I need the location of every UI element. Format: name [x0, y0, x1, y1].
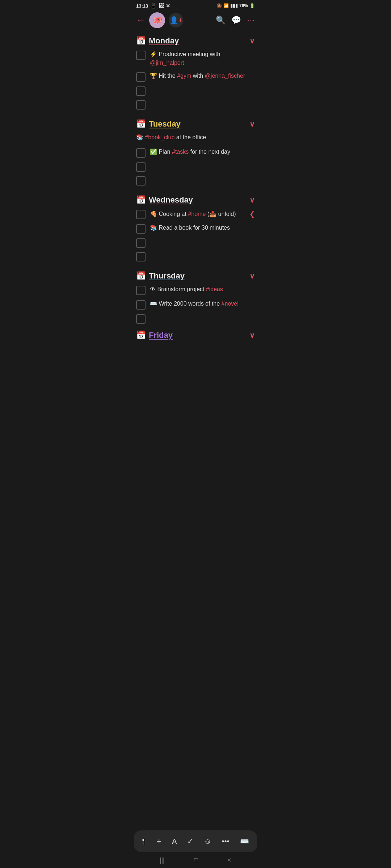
chevron-friday[interactable]: ∨	[249, 331, 255, 340]
calendar-icon-monday: 📅	[136, 36, 146, 46]
task-item-t1: 📚 #book_club at the office	[130, 131, 261, 145]
day-header-wednesday[interactable]: 📅 Wednesday ∨	[130, 192, 261, 207]
task-empty-t3	[130, 160, 261, 174]
top-nav: ← 🐙 👤+ 🔍 💬 ⋯	[130, 10, 261, 33]
day-section-wednesday: 📅 Wednesday ∨ 🍕 Cooking at #home (📥 unfo…	[130, 192, 261, 263]
day-title-tuesday: Tuesday	[149, 119, 181, 129]
task-text-w2: 📚 Read a book for 30 minutes	[150, 224, 255, 232]
day-header-monday[interactable]: 📅 Monday ∨	[130, 33, 261, 48]
task-text-t1: 📚 #book_club at the office	[136, 133, 255, 142]
chevron-monday[interactable]: ∨	[249, 37, 255, 45]
photo-icon: 🖼	[159, 3, 164, 9]
task-empty-th3	[130, 312, 261, 326]
nav-left: ← 🐙 👤+	[136, 12, 183, 28]
wifi-icon: 📶	[223, 3, 229, 8]
avatar[interactable]: 🐙	[149, 12, 165, 28]
task-item-w2: 📚 Read a book for 30 minutes	[130, 221, 261, 236]
day-title-monday: Monday	[149, 36, 179, 46]
checkbox-t3[interactable]	[136, 162, 146, 172]
task-text-w1: 🍕 Cooking at #home (📥 unfold)	[150, 210, 245, 218]
checkbox-w2[interactable]	[136, 224, 146, 234]
task-text-th2: ⌨️ Write 2000 words of the #novel	[150, 299, 255, 308]
signal-icon: ▮▮▮	[230, 3, 238, 8]
hashtag-novel: #novel	[222, 301, 239, 307]
checkbox-t2[interactable]	[136, 148, 146, 158]
task-text-th1: 👁 Brainstorm project #ideas	[150, 285, 255, 294]
task-empty-m3	[130, 84, 261, 98]
sim-icon: 📱	[150, 3, 156, 9]
checkbox-t4[interactable]	[136, 176, 146, 186]
add-user-button[interactable]: 👤+	[169, 13, 183, 27]
hashtag-book-club: #book_club	[145, 134, 175, 140]
mention-jim: @jim_halpert	[150, 60, 184, 66]
status-right: 🔕 📶 ▮▮▮ 76% 🔋	[216, 3, 255, 8]
nav-right: 🔍 💬 ⋯	[216, 16, 255, 25]
task-item-th1: 👁 Brainstorm project #ideas	[130, 283, 261, 297]
day-header-left-friday: 📅 Friday	[136, 331, 173, 340]
day-header-thursday[interactable]: 📅 Thursday ∨	[130, 268, 261, 283]
task-text-m2: 🏆 Hit the #gym with @jenna_fischer	[150, 72, 255, 80]
task-item-m2: 🏆 Hit the #gym with @jenna_fischer	[130, 69, 261, 84]
task-item-th2: ⌨️ Write 2000 words of the #novel	[130, 297, 261, 312]
time: 13:13	[136, 3, 148, 9]
chevron-thursday[interactable]: ∨	[249, 272, 255, 280]
calendar-icon-thursday: 📅	[136, 271, 146, 281]
search-button[interactable]: 🔍	[216, 16, 226, 25]
divider-3	[130, 265, 261, 268]
task-empty-w4	[130, 250, 261, 263]
day-header-friday[interactable]: 📅 Friday ∨	[130, 327, 261, 342]
day-section-thursday: 📅 Thursday ∨ 👁 Brainstorm project #ideas…	[130, 268, 261, 326]
day-section-tuesday: 📅 Tuesday ∨ 📚 #book_club at the office ✅…	[130, 116, 261, 187]
checkbox-th3[interactable]	[136, 314, 146, 324]
day-header-left-thursday: 📅 Thursday	[136, 271, 185, 281]
chat-button[interactable]: 💬	[231, 16, 241, 25]
divider-2	[130, 189, 261, 192]
day-title-thursday: Thursday	[149, 271, 185, 281]
status-left: 13:13 📱 🖼 ✕	[136, 3, 170, 9]
divider-1	[130, 113, 261, 116]
volume-icon: 🔕	[216, 3, 222, 8]
calendar-icon-tuesday: 📅	[136, 119, 146, 129]
hashtag-gym: #gym	[177, 73, 191, 79]
hashtag-tasks: #tasks	[172, 149, 189, 155]
task-empty-m4	[130, 98, 261, 111]
checkbox-th2[interactable]	[136, 300, 146, 310]
task-text-t2: ✅ Plan #tasks for the next day	[150, 148, 255, 156]
checkbox-m2[interactable]	[136, 72, 146, 82]
checkbox-w3[interactable]	[136, 238, 146, 248]
battery-pct: 76%	[239, 3, 248, 8]
collapse-icon-w1[interactable]: ❮	[249, 210, 255, 218]
back-button[interactable]: ←	[136, 16, 146, 25]
checkbox-m4[interactable]	[136, 100, 146, 110]
status-bar: 13:13 📱 🖼 ✕ 🔕 📶 ▮▮▮ 76% 🔋	[130, 0, 261, 10]
checkbox-m1[interactable]	[136, 51, 146, 60]
day-header-tuesday[interactable]: 📅 Tuesday ∨	[130, 116, 261, 131]
task-item-w1: 🍕 Cooking at #home (📥 unfold) ❮	[130, 207, 261, 221]
day-header-left-wednesday: 📅 Wednesday	[136, 195, 193, 205]
day-section-monday: 📅 Monday ∨ ⚡ Productive meeting with @ji…	[130, 33, 261, 111]
calendar-icon-friday: 📅	[136, 331, 146, 340]
day-header-left-tuesday: 📅 Tuesday	[136, 119, 181, 129]
task-item-m1: ⚡ Productive meeting with @jim_halpert	[130, 48, 261, 69]
checkbox-w4[interactable]	[136, 252, 146, 261]
task-text-m1: ⚡ Productive meeting with @jim_halpert	[150, 50, 255, 67]
chevron-tuesday[interactable]: ∨	[249, 120, 255, 128]
checkbox-th1[interactable]	[136, 286, 146, 295]
day-title-wednesday: Wednesday	[149, 195, 193, 205]
task-left-w1: 🍕 Cooking at #home (📥 unfold)	[136, 209, 245, 219]
checkbox-w1[interactable]	[136, 210, 146, 219]
x-icon: ✕	[166, 3, 170, 9]
checkbox-m3[interactable]	[136, 86, 146, 96]
hashtag-home: #home	[188, 211, 206, 217]
hashtag-ideas: #ideas	[206, 286, 223, 292]
day-title-friday: Friday	[149, 331, 173, 340]
task-item-t2: ✅ Plan #tasks for the next day	[130, 145, 261, 160]
mention-jenna: @jenna_fischer	[205, 73, 245, 79]
more-button[interactable]: ⋯	[247, 16, 255, 25]
day-section-friday: 📅 Friday ∨	[130, 327, 261, 342]
chevron-wednesday[interactable]: ∨	[249, 196, 255, 204]
calendar-icon-wednesday: 📅	[136, 195, 146, 205]
add-user-icon: 👤+	[169, 16, 183, 25]
task-empty-w3	[130, 236, 261, 250]
day-header-left-monday: 📅 Monday	[136, 36, 179, 46]
